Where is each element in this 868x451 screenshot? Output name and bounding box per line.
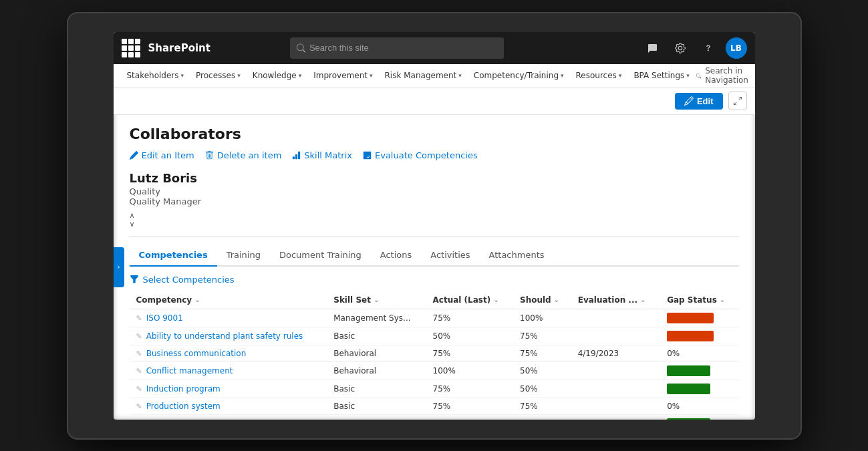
row-edit-icon[interactable]: ✎ bbox=[136, 332, 142, 341]
nav-search-icon bbox=[696, 71, 701, 80]
sidebar-item-processes[interactable]: Processes ▾ bbox=[190, 63, 246, 88]
competency-link[interactable]: Production system bbox=[146, 402, 221, 411]
competency-link[interactable]: Business communication bbox=[146, 349, 247, 358]
edit-item-button[interactable]: Edit an Item bbox=[130, 150, 194, 160]
expand-button[interactable] bbox=[728, 92, 747, 110]
chevron-down-icon: ▾ bbox=[458, 72, 462, 79]
delete-item-button[interactable]: Delete an item bbox=[205, 150, 282, 160]
skillset-cell: Behavioral bbox=[327, 345, 426, 361]
evaluate-button[interactable]: Evaluate Competencies bbox=[363, 150, 478, 160]
skillset-cell: Basic bbox=[327, 380, 426, 398]
expand-collapse-buttons: ∧ ∨ bbox=[130, 212, 739, 228]
tab-training[interactable]: Training bbox=[217, 245, 270, 267]
competency-link[interactable]: Ability to understand plant safety rules bbox=[146, 331, 303, 341]
evaluation-cell bbox=[571, 414, 660, 420]
row-edit-icon[interactable]: ✎ bbox=[136, 349, 142, 358]
gap-bar bbox=[667, 365, 710, 376]
tab-competencies[interactable]: Competencies bbox=[130, 245, 217, 267]
competency-link[interactable]: Induction program bbox=[146, 384, 221, 394]
actual-cell: 50% bbox=[426, 327, 514, 345]
chevron-down-icon: ▾ bbox=[619, 72, 622, 79]
nav-search-label: Search in Navigation bbox=[705, 66, 752, 85]
gap-status-cell bbox=[660, 309, 738, 327]
skillset-cell: Behavioral bbox=[327, 361, 426, 380]
nav-label: Risk Management bbox=[385, 71, 457, 80]
edit-pencil-icon bbox=[684, 96, 694, 106]
tab-activities[interactable]: Activities bbox=[421, 245, 479, 267]
person-info: Lutz Boris Quality Quality Manager ∧ ∨ bbox=[130, 171, 739, 228]
evaluate-label: Evaluate Competencies bbox=[375, 150, 478, 160]
toolbar: Edit an Item Delete an item Skill Matrix bbox=[130, 150, 739, 160]
chevron-down-icon: ▾ bbox=[561, 72, 564, 79]
nav-label: Knowledge bbox=[253, 71, 297, 80]
actual-cell: 75% bbox=[426, 398, 514, 414]
sidebar-item-stakeholders[interactable]: Stakeholders ▾ bbox=[122, 63, 190, 88]
actual-cell: 100% bbox=[426, 414, 514, 420]
skillset-cell: Management Sys... bbox=[327, 309, 426, 327]
th-gap-status[interactable]: Gap Status ⌄ bbox=[660, 291, 738, 309]
sidebar-item-knowledge[interactable]: Knowledge ▾ bbox=[247, 63, 307, 88]
competency-cell: ✎Ability to understand plant safety rule… bbox=[130, 327, 327, 345]
tab-document-training[interactable]: Document Training bbox=[270, 245, 371, 267]
sidebar-item-competency[interactable]: Competency/Training ▾ bbox=[468, 63, 569, 88]
th-actual[interactable]: Actual (Last) ⌄ bbox=[426, 291, 514, 309]
navbar: Stakeholders ▾ Processes ▾ Knowledge ▾ I… bbox=[114, 64, 755, 88]
sidebar-item-improvement[interactable]: Improvement ▾ bbox=[308, 63, 378, 88]
sidebar-item-bpa[interactable]: BPA Settings ▾ bbox=[628, 63, 694, 88]
should-cell: 75% bbox=[513, 398, 571, 414]
chart-icon bbox=[292, 151, 301, 160]
th-competency[interactable]: Competency ⌄ bbox=[130, 291, 327, 309]
site-search-input[interactable] bbox=[309, 43, 497, 53]
competency-cell: ✎Conflict management bbox=[130, 361, 327, 380]
skillset-cell: Basic bbox=[327, 398, 426, 414]
person-department: Quality bbox=[130, 186, 739, 196]
competency-link[interactable]: Analytical skills bbox=[146, 419, 208, 420]
row-edit-icon[interactable]: ✎ bbox=[136, 385, 142, 394]
help-icon[interactable] bbox=[698, 37, 719, 59]
sidebar-item-risk[interactable]: Risk Management ▾ bbox=[380, 63, 467, 88]
gap-status-cell: 0% bbox=[660, 398, 738, 414]
avatar[interactable]: LB bbox=[726, 37, 747, 59]
table-row: ✎Ability to understand plant safety rule… bbox=[130, 327, 739, 345]
chevron-down-button[interactable]: ∨ bbox=[130, 220, 739, 228]
edit-item-icon bbox=[130, 151, 138, 160]
settings-icon[interactable] bbox=[670, 37, 691, 59]
screen-bezel: SharePoint L bbox=[114, 32, 755, 420]
should-cell: 75% bbox=[513, 345, 571, 361]
edit-button[interactable]: Edit bbox=[675, 93, 723, 110]
row-edit-icon[interactable]: ✎ bbox=[136, 402, 142, 411]
gap-status-cell bbox=[660, 380, 738, 398]
nav-search[interactable]: Search in Navigation bbox=[696, 66, 752, 85]
tab-actions[interactable]: Actions bbox=[371, 245, 422, 267]
main-content: Collaborators Edit an Item Delete an ite… bbox=[114, 115, 755, 420]
site-search-box[interactable] bbox=[290, 37, 504, 59]
competency-link[interactable]: Conflict management bbox=[146, 366, 233, 375]
page-title: Collaborators bbox=[130, 126, 739, 142]
skill-matrix-button[interactable]: Skill Matrix bbox=[292, 150, 352, 160]
chevron-down-icon: ▾ bbox=[370, 72, 373, 79]
table-row: ✎Induction programBasic75%50% bbox=[130, 380, 739, 398]
sidebar-item-resources[interactable]: Resources ▾ bbox=[571, 63, 627, 88]
tab-attachments[interactable]: Attachments bbox=[480, 245, 554, 267]
chevron-up-button[interactable]: ∧ bbox=[130, 212, 739, 219]
competency-cell: ✎Business communication bbox=[130, 345, 327, 361]
expand-icon bbox=[734, 97, 742, 105]
sort-icon: ⌄ bbox=[554, 296, 559, 303]
table-row: ✎Production systemBasic75%75%0% bbox=[130, 398, 739, 414]
evaluation-cell bbox=[571, 327, 660, 345]
competency-link[interactable]: ISO 9001 bbox=[146, 313, 183, 323]
left-collapse-tab[interactable]: › bbox=[114, 247, 124, 287]
th-evaluation[interactable]: Evaluation ... ⌄ bbox=[571, 291, 660, 309]
select-competencies-button[interactable]: Select Competencies bbox=[130, 275, 739, 285]
row-edit-icon[interactable]: ✎ bbox=[136, 314, 142, 323]
th-should[interactable]: Should ⌄ bbox=[513, 291, 571, 309]
th-skillset[interactable]: Skill Set ⌄ bbox=[327, 291, 426, 309]
waffle-menu[interactable] bbox=[122, 39, 140, 57]
gap-bar bbox=[667, 384, 710, 394]
evaluation-cell bbox=[571, 398, 660, 414]
gap-bar-container bbox=[667, 418, 732, 420]
row-edit-icon[interactable]: ✎ bbox=[136, 367, 142, 375]
chat-icon[interactable] bbox=[641, 37, 663, 59]
sort-icon: ⌄ bbox=[640, 296, 645, 303]
evaluation-cell: 4/19/2023 bbox=[571, 345, 660, 361]
